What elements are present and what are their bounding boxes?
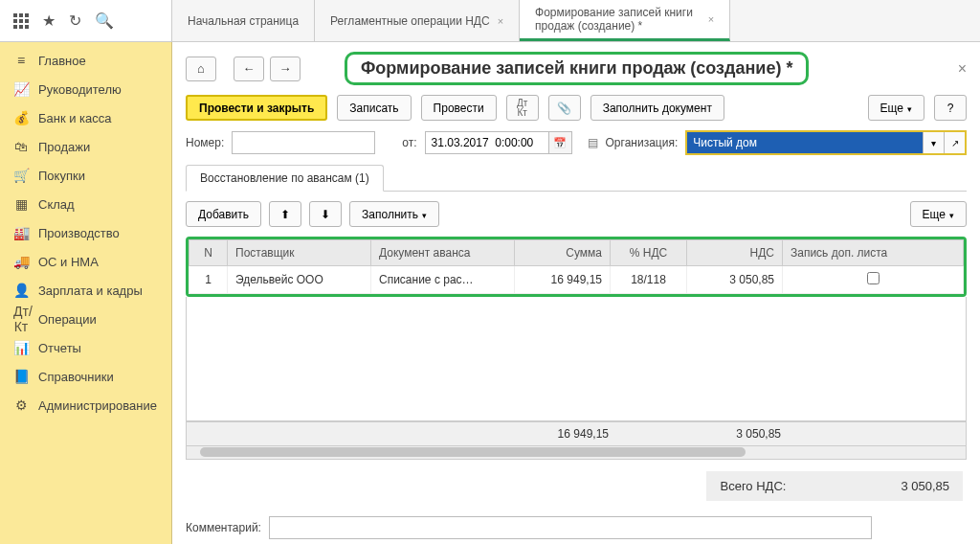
total-sum: 16 949,15	[521, 427, 616, 441]
col-supplier[interactable]: Поставщик	[228, 240, 371, 266]
star-icon[interactable]: ★	[42, 11, 56, 30]
home-button[interactable]: ⌂	[186, 57, 216, 81]
sidebar-icon: 📈	[13, 81, 29, 97]
tab[interactable]: Начальная страница	[172, 0, 315, 41]
sidebar-icon: 🚚	[13, 254, 29, 269]
org-label: Организация:	[606, 136, 679, 149]
apps-icon[interactable]	[13, 13, 29, 29]
doc-icon: ▤	[588, 136, 598, 149]
fill-doc-button[interactable]: Заполнить документ	[590, 95, 724, 121]
sidebar-label: Администрирование	[38, 398, 157, 413]
sidebar-icon: 🛒	[13, 168, 29, 183]
from-label: от:	[402, 136, 416, 149]
sidebar-label: Банк и касса	[38, 111, 112, 125]
sidebar-item[interactable]: 🚚ОС и НМА	[0, 247, 171, 276]
tab-close-icon[interactable]: ×	[708, 13, 714, 25]
date-input[interactable]	[425, 131, 549, 154]
col-sum[interactable]: Сумма	[515, 240, 611, 266]
more-button[interactable]: Еще	[868, 95, 924, 121]
history-icon[interactable]: ↻	[69, 11, 81, 30]
sidebar-icon: 🛍	[13, 139, 29, 154]
sidebar-item[interactable]: 🛍Продажи	[0, 132, 171, 161]
sidebar-item[interactable]: 🏭Производство	[0, 218, 171, 247]
sidebar-label: Покупки	[38, 169, 85, 183]
sidebar-label: Зарплата и кадры	[38, 283, 143, 298]
sidebar-icon: 👤	[13, 283, 29, 298]
move-up-button[interactable]: ⬆	[269, 201, 301, 227]
post-button[interactable]: Провести	[421, 95, 497, 121]
sidebar-label: Справочники	[38, 370, 114, 384]
sidebar-label: Продажи	[38, 140, 90, 154]
sidebar-label: Операции	[38, 312, 97, 327]
col-vatrate[interactable]: % НДС	[611, 240, 687, 266]
summary-value: 3 050,85	[901, 479, 949, 493]
sidebar-label: Склад	[38, 197, 75, 212]
fill-grid-button[interactable]: Заполнить	[349, 201, 439, 227]
number-label: Номер:	[186, 136, 224, 149]
post-and-close-button[interactable]: Провести и закрыть	[186, 95, 327, 121]
sidebar-item[interactable]: 🛒Покупки	[0, 161, 171, 190]
col-extra[interactable]: Запись доп. листа	[783, 240, 964, 266]
comment-label: Комментарий:	[186, 521, 261, 534]
org-open-button[interactable]: ↗	[944, 132, 965, 153]
sidebar-icon: ≡	[13, 53, 29, 68]
sidebar-icon: 📘	[13, 369, 29, 384]
comment-input[interactable]	[269, 516, 872, 539]
sidebar-icon: 💰	[13, 110, 29, 125]
sidebar-item[interactable]: 💰Банк и касса	[0, 103, 171, 132]
sidebar-icon: 🏭	[13, 225, 29, 240]
sidebar-label: Отчеты	[38, 341, 81, 355]
attach-button[interactable]: 📎	[548, 95, 581, 121]
total-vat: 3 050,85	[693, 427, 789, 441]
sidebar-icon: 📊	[13, 340, 29, 355]
back-button[interactable]: ←	[234, 57, 264, 81]
dtkt-button[interactable]: ДтКт	[506, 95, 539, 121]
number-input[interactable]	[232, 131, 375, 154]
calendar-icon[interactable]: 📅	[549, 131, 572, 154]
move-down-button[interactable]: ⬇	[309, 201, 342, 227]
table-row[interactable]: 1Эдельвейс ОООСписание с рас…16 949,1518…	[189, 266, 964, 294]
sidebar-item[interactable]: ▦Склад	[0, 190, 171, 218]
col-doc[interactable]: Документ аванса	[371, 240, 515, 266]
tab-close-icon[interactable]: ×	[498, 15, 503, 27]
sidebar-label: Главное	[38, 54, 86, 68]
sidebar-item[interactable]: 📈Руководителю	[0, 75, 171, 103]
tab[interactable]: Регламентные операции НДС×	[315, 0, 520, 41]
col-n[interactable]: N	[189, 240, 228, 266]
org-input[interactable]	[687, 132, 923, 153]
sidebar-item[interactable]: 📘Справочники	[0, 362, 171, 391]
help-button[interactable]: ?	[934, 95, 967, 121]
add-row-button[interactable]: Добавить	[186, 201, 261, 227]
col-vat[interactable]: НДС	[687, 240, 783, 266]
sidebar-icon: ▦	[13, 196, 29, 212]
forward-button[interactable]: →	[270, 57, 301, 81]
sidebar-item[interactable]: ⚙Администрирование	[0, 391, 171, 419]
summary-label: Всего НДС:	[720, 479, 786, 493]
search-icon[interactable]: 🔍	[95, 11, 114, 30]
write-button[interactable]: Записать	[337, 95, 411, 121]
sidebar-icon: Дт/Кт	[13, 304, 29, 334]
sidebar-icon: ⚙	[13, 397, 29, 413]
sidebar-label: Руководителю	[38, 82, 122, 97]
sidebar-item[interactable]: 👤Зарплата и кадры	[0, 276, 171, 305]
sidebar-item[interactable]: Дт/КтОперации	[0, 305, 171, 333]
extra-checkbox[interactable]	[867, 272, 880, 284]
page-title: Формирование записей книги продаж (созда…	[345, 52, 809, 85]
sidebar-item[interactable]: ≡Главное	[0, 46, 171, 75]
horizontal-scrollbar[interactable]	[186, 446, 967, 460]
sidebar-item[interactable]: 📊Отчеты	[0, 333, 171, 362]
org-dropdown-button[interactable]: ▾	[923, 132, 944, 153]
sidebar-label: Производство	[38, 226, 120, 240]
sidebar-label: ОС и НМА	[38, 255, 99, 269]
tab-advance-restore[interactable]: Восстановление по авансам (1)	[186, 165, 384, 192]
grid-more-button[interactable]: Еще	[910, 201, 967, 227]
close-icon[interactable]: ×	[958, 60, 967, 78]
tab[interactable]: Формирование записей книги продаж (созда…	[520, 0, 730, 41]
